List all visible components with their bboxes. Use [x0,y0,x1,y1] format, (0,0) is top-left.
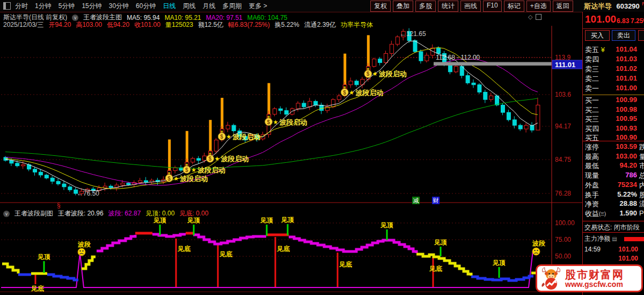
ask-row[interactable]: 卖三101.02 [585,64,637,74]
svg-text:见顶: 见顶 [281,216,294,224]
svg-text:94.17: 94.17 [555,123,571,130]
candle [337,96,341,99]
clipped-column: 流 [639,199,644,209]
candle [21,165,25,166]
candle [302,103,306,107]
candle [472,83,475,84]
candle [501,105,505,112]
sub-indicator-values: 王者波段: 20.96波段: 62.87见顶: 0.00见底: 0.00 [58,209,208,218]
ask-row[interactable]: 卖四101.03 [585,55,637,64]
collapse-icon[interactable]: ∨ [72,15,78,21]
ask-row[interactable]: 卖二101.01 [585,74,637,84]
svg-text:111.01: 111.01 [555,61,575,69]
quote-info-item: 换5.22% [275,20,299,30]
svg-text:84.75: 84.75 [555,156,571,163]
candle [437,48,441,53]
bid-row[interactable]: 买四100.93 [585,124,637,134]
trading-app-window: { "top_bar": { "periods": ["分时","1分钟","5… [0,0,644,295]
candle [173,168,177,170]
svg-text:见底: 见底 [219,250,232,258]
stock-code: 603290 [616,2,639,10]
sell-button[interactable]: 卖出 [612,30,635,41]
trade-status: 交易状态: 闭市阶段 [584,223,644,232]
svg-text:$: $ [267,119,270,125]
chart-canvas[interactable]: $★波段启动$★波段启动$★波段启动$★波段启动$★波段启动$★波段启动$★波段… [0,0,582,295]
clipped-column: 内 [639,181,644,190]
buy-button[interactable]: 买入 [585,30,610,41]
section-mark: § [57,202,61,209]
stat-row[interactable]: 外盘75234 [585,181,637,190]
candle [109,186,113,188]
candle [484,92,487,99]
svg-text:$: $ [185,167,188,173]
badge-cai[interactable]: 财 [432,197,440,204]
svg-text:$: $ [220,134,223,140]
candle [308,102,312,107]
stat-row[interactable]: 最低94.20 [585,161,637,171]
stat-row[interactable]: 现量786 [585,171,637,181]
bid-row[interactable]: 买二100.98 [585,105,637,115]
indicator-step-line [47,275,78,280]
candle [226,125,230,129]
svg-text:见顶: 见顶 [380,221,393,229]
candle [214,140,218,152]
candle [121,183,125,185]
candle [536,105,540,130]
candle [349,81,353,85]
svg-text:波段启动: 波段启动 [197,166,225,174]
svg-text:←76.50: ←76.50 [77,190,99,197]
candle [513,120,516,125]
clipped-column: 跌 [639,142,644,152]
indicator-step-line [2,264,18,274]
quote-info-item: 收101.00 [134,20,160,30]
ma-line [5,98,538,169]
svg-text:$: $ [209,156,212,162]
svg-text:见顶: 见顶 [37,253,50,261]
clipped-column: 股 [639,190,644,200]
candle [413,40,417,52]
stat-row[interactable]: 涨停103.59 [585,142,637,152]
site-logo[interactable]: 股市财富网 www.gscfw.com [536,264,643,292]
clipped-column: P [639,209,644,217]
diamond-icon[interactable]: ◇ [528,13,532,20]
stat-row[interactable]: 最高103.00 [585,152,637,162]
ask-row[interactable]: 卖五 ¥101.04 [585,45,637,55]
stat-row[interactable]: 收益㈢1.590 [585,209,637,219]
svg-text:波段启动: 波段启动 [221,155,249,163]
candle [518,125,522,129]
chart-corner-icons: ◇ [528,13,541,20]
time-price: 101.00 [618,246,638,253]
ask-row[interactable]: 卖一101.00 [585,84,637,93]
bid-row[interactable]: 买三100.95 [585,114,637,124]
svg-text:见底: 见底 [339,261,352,268]
stat-row[interactable]: 换手5.22% [585,190,637,200]
maximize-icon[interactable] [536,14,541,20]
candle [296,103,300,109]
svg-text:$: $ [367,71,370,77]
candle [361,79,364,84]
bid-row[interactable]: 买一100.99 [585,96,637,105]
collapse-icon[interactable]: ∨ [3,211,10,217]
quote-info-item: 2025/12/03/三 [3,20,43,30]
badge-jian[interactable]: 减 [412,197,420,204]
candle [396,37,399,45]
time-price-2: 101.00 [618,255,638,262]
svg-text:波段启动: 波段启动 [180,175,208,183]
sub-indicator-value: 见底: 0.00 [179,209,208,218]
candle [273,109,276,114]
candle [33,169,37,172]
extra-button[interactable] [638,30,644,41]
svg-text:波段启动: 波段启动 [280,118,308,126]
svg-text:112.68 - 112.00: 112.68 - 112.00 [436,54,480,61]
candle [355,81,358,85]
candle [489,96,493,99]
sub-indicator-name[interactable]: 王者波段副图 [14,209,53,218]
quote-info-item: 低94.20 [107,20,129,30]
quote-info-item: 功率半导体 [341,20,373,30]
bid-row[interactable]: 买五100.90 [585,133,637,143]
candle [127,183,130,185]
r-flag: R [642,1,644,6]
stat-row[interactable]: 净资28.88 [585,199,637,209]
main-force-row[interactable]: 主力净额 ▤ [584,234,617,243]
candle [384,53,388,62]
